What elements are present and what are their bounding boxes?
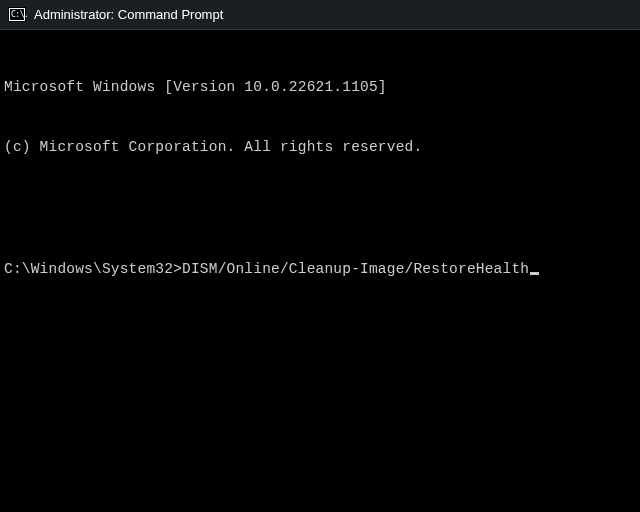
window-titlebar[interactable]: C:\. Administrator: Command Prompt xyxy=(0,0,640,30)
copyright-line: (c) Microsoft Corporation. All rights re… xyxy=(4,137,636,157)
cmd-icon: C:\. xyxy=(8,7,26,22)
window-title: Administrator: Command Prompt xyxy=(34,7,223,22)
prompt-path: C:\Windows\System32> xyxy=(4,261,182,277)
prompt-line: C:\Windows\System32>DISM/Online/Cleanup-… xyxy=(4,259,636,279)
cmd-icon-text: C:\. xyxy=(11,11,28,19)
version-line: Microsoft Windows [Version 10.0.22621.11… xyxy=(4,77,636,97)
text-cursor xyxy=(530,272,539,275)
terminal-output[interactable]: Microsoft Windows [Version 10.0.22621.11… xyxy=(0,30,640,306)
blank-line xyxy=(4,198,636,218)
typed-command: DISM/Online/Cleanup-Image/RestoreHealth xyxy=(182,261,529,277)
